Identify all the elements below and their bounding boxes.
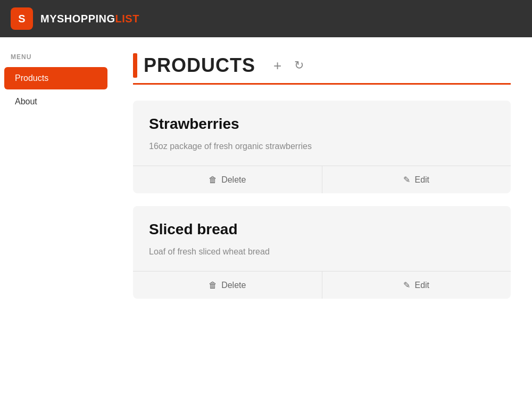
app-header: S MYSHOPPINGLIST [0, 0, 532, 37]
page-header: PRODUCTS + ↻ [133, 53, 511, 85]
product-card-actions: 🗑 Delete ✎ Edit [133, 271, 511, 299]
edit-icon: ✎ [403, 280, 410, 290]
page-title: PRODUCTS [144, 54, 255, 77]
delete-sliced-bread-button[interactable]: 🗑 Delete [133, 272, 322, 299]
sidebar-item-about[interactable]: About [4, 91, 107, 113]
page-title-accent [133, 53, 137, 78]
title-list: LIST [115, 13, 139, 24]
edit-sliced-bread-button[interactable]: ✎ Edit [322, 272, 511, 299]
main-content: PRODUCTS + ↻ Strawberries 16oz package o… [112, 37, 532, 411]
plus-icon: + [273, 57, 281, 74]
header-actions: + ↻ [271, 55, 306, 76]
edit-label: Edit [414, 281, 429, 290]
page-layout: MENU Products About PRODUCTS + ↻ [0, 37, 532, 411]
edit-label: Edit [414, 175, 429, 185]
delete-label: Delete [221, 281, 246, 290]
add-product-button[interactable]: + [271, 55, 284, 76]
title-my: MY [40, 13, 57, 24]
product-card-strawberries: Strawberries 16oz package of fresh organ… [133, 101, 511, 193]
sidebar: MENU Products About [0, 37, 112, 411]
app-title: MYSHOPPINGLIST [40, 13, 139, 25]
product-card-body: Strawberries 16oz package of fresh organ… [133, 101, 511, 166]
sidebar-item-products[interactable]: Products [4, 67, 107, 89]
trash-icon: 🗑 [209, 175, 217, 185]
delete-label: Delete [221, 175, 246, 185]
logo-letter: S [18, 13, 25, 25]
product-name: Sliced bread [149, 221, 495, 238]
product-name: Strawberries [149, 116, 495, 133]
product-card-body: Sliced bread Loaf of fresh sliced wheat … [133, 206, 511, 271]
menu-label: MENU [0, 53, 112, 61]
edit-icon: ✎ [403, 175, 410, 185]
refresh-button[interactable]: ↻ [292, 56, 306, 75]
app-logo: S [11, 7, 33, 30]
trash-icon: 🗑 [209, 281, 217, 290]
edit-strawberries-button[interactable]: ✎ Edit [322, 166, 511, 193]
product-card-actions: 🗑 Delete ✎ Edit [133, 166, 511, 193]
product-description: 16oz package of fresh organic strawberri… [149, 140, 495, 153]
delete-strawberries-button[interactable]: 🗑 Delete [133, 166, 322, 193]
page-title-bar: PRODUCTS [133, 53, 255, 78]
title-shopping: SHOPPING [57, 13, 115, 24]
product-card-sliced-bread: Sliced bread Loaf of fresh sliced wheat … [133, 206, 511, 299]
refresh-icon: ↻ [294, 59, 304, 72]
product-description: Loaf of fresh sliced wheat bread [149, 245, 495, 258]
